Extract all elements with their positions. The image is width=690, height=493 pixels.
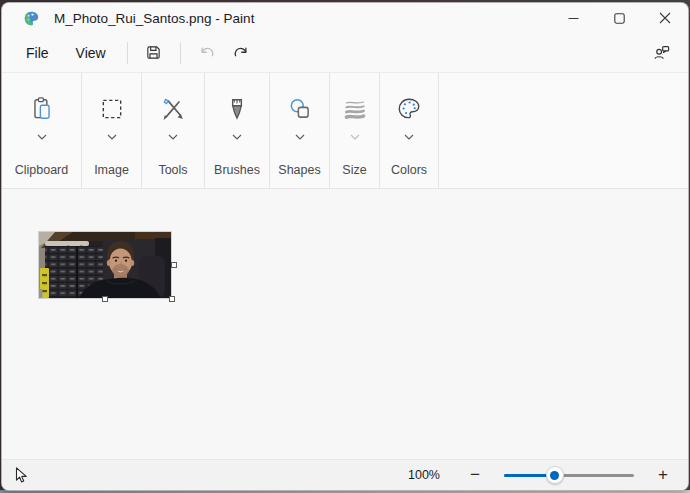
crossed-pens-icon [160,96,186,122]
ribbon-group-size[interactable]: Size [330,73,380,188]
ribbon-label-image: Image [94,163,129,177]
minimize-icon [568,13,579,24]
menu-view[interactable]: View [64,39,118,67]
undo-button[interactable] [190,37,224,69]
clipboard-icon [29,96,55,122]
photo-rui-santos [39,232,171,298]
feedback-icon [652,43,671,62]
maximize-button[interactable] [596,3,642,33]
window-title: M_Photo_Rui_Santos.png - Paint [54,11,254,26]
line-thickness-icon [341,96,369,122]
ribbon-group-clipboard[interactable]: Clipboard [2,73,82,188]
zoom-percentage: 100% [408,468,440,482]
maximize-icon [614,13,625,24]
ribbon-label-tools: Tools [158,163,187,177]
redo-icon [232,44,250,62]
menubar-separator [127,42,128,64]
ribbon-toolbar: Clipboard Image Tools [2,73,688,189]
resize-handle-right[interactable] [171,262,177,268]
save-button[interactable] [137,37,171,69]
ribbon-group-tools[interactable]: Tools [142,73,205,188]
redo-button[interactable] [224,37,258,69]
chevron-down-icon[interactable] [107,132,117,142]
feedback-button[interactable] [644,37,678,69]
resize-handle-corner[interactable] [169,296,175,302]
paint-window: M_Photo_Rui_Santos.png - Paint File View [1,2,689,491]
chevron-down-icon[interactable] [404,132,414,142]
palette-icon [396,96,422,122]
ribbon-label-brushes: Brushes [214,163,260,177]
ribbon-group-colors[interactable]: Colors [380,73,439,188]
zoom-slider-thumb[interactable] [546,466,564,484]
ribbon-label-colors: Colors [391,163,427,177]
ribbon-label-size: Size [342,163,366,177]
chevron-down-icon[interactable] [168,132,178,142]
minimize-button[interactable] [550,3,596,33]
zoom-in-button[interactable]: + [652,465,674,485]
chevron-down-icon[interactable] [295,132,305,142]
circle-square-icon [287,96,313,122]
undo-icon [198,44,216,62]
zoom-slider[interactable] [504,466,634,484]
canvas-workspace[interactable] [2,189,688,459]
save-icon [145,44,162,61]
ribbon-empty-space [439,73,688,188]
ribbon-group-image[interactable]: Image [82,73,142,188]
ribbon-label-clipboard: Clipboard [15,163,69,177]
ribbon-group-shapes[interactable]: Shapes [270,73,330,188]
pointer-icon [15,467,28,483]
canvas-image[interactable] [39,232,171,298]
resize-handle-bottom[interactable] [102,296,108,302]
status-bar: 100% − + [2,459,688,490]
title-bar[interactable]: M_Photo_Rui_Santos.png - Paint [2,3,688,33]
paint-app-icon [23,10,40,27]
ribbon-group-brushes[interactable]: Brushes [205,73,270,188]
menubar-separator [180,42,181,64]
rectangle-select-icon [99,96,125,122]
zoom-out-button[interactable]: − [464,465,486,485]
close-button[interactable] [642,3,688,33]
menu-file[interactable]: File [14,39,61,67]
menu-bar: File View [2,33,688,73]
chevron-down-icon[interactable] [37,132,47,142]
ribbon-label-shapes: Shapes [278,163,320,177]
chevron-down-icon[interactable] [350,132,360,142]
brush-icon [224,96,250,122]
close-icon [659,12,671,24]
window-controls [550,3,688,33]
chevron-down-icon[interactable] [232,132,242,142]
